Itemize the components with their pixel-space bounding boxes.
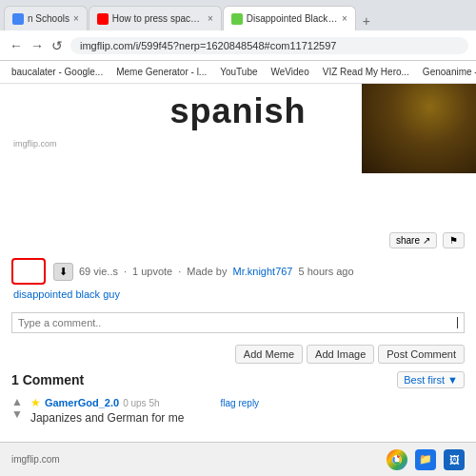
bookmark-2[interactable]: YouTube: [216, 65, 261, 79]
tab-favicon-schools: [12, 13, 24, 25]
share-icon: ↗: [423, 235, 430, 246]
comment-body: ★ GamerGod_2.0 0 ups 5h flag reply Japan…: [30, 396, 465, 425]
nav-buttons: ← → ↺: [8, 36, 65, 55]
browser-bottom: imgflip.com 📁 🖼: [0, 442, 476, 476]
bookmarks-bar: baucalater - Google... Meme Generator - …: [0, 61, 476, 84]
tab-close-imgflip[interactable]: ×: [342, 13, 347, 24]
comment-flag-link[interactable]: flag reply: [221, 398, 260, 408]
tab-label-youtube: How to press space bar - YouTu...: [112, 13, 204, 24]
tab-imgflip[interactable]: Disappointed Black Guy - Imgflip ×: [223, 6, 356, 30]
post-comment-button[interactable]: Post Comment: [378, 345, 465, 364]
views-stat: 69 vie..s: [79, 266, 118, 277]
flag-button[interactable]: ⚑: [443, 232, 465, 248]
tab-favicon-youtube: [97, 13, 109, 25]
browser-frame: n Schools × How to press space bar - You…: [0, 0, 476, 476]
taskbar-icons: 📁 🖼: [387, 449, 465, 470]
address-bar: ← → ↺: [0, 30, 476, 61]
tab-label-imgflip: Disappointed Black Guy - Imgflip: [247, 13, 338, 24]
vote-arrows: ▲ ▼: [11, 396, 23, 420]
bookmark-3[interactable]: WeVideo: [268, 65, 313, 79]
tab-schools[interactable]: n Schools ×: [4, 6, 88, 30]
actions-row: share ↗ ⚑: [0, 230, 476, 250]
meme-image-face: [362, 84, 476, 173]
photos-icon[interactable]: 🖼: [444, 449, 465, 470]
downvote-arrow[interactable]: ▼: [11, 408, 23, 420]
forward-button[interactable]: →: [29, 36, 46, 55]
action-buttons: Add Meme Add Image Post Comment: [0, 341, 476, 367]
bookmark-0[interactable]: baucalater - Google...: [8, 65, 107, 79]
new-tab-button[interactable]: +: [357, 11, 376, 30]
tab-close-schools[interactable]: ×: [73, 13, 79, 24]
files-icon[interactable]: 📁: [415, 449, 436, 470]
bookmark-1[interactable]: Meme Generator - l...: [112, 65, 210, 79]
sort-button[interactable]: Best first ▼: [397, 371, 465, 388]
bookmark-4[interactable]: VIZ Read My Hero...: [319, 65, 413, 79]
comments-count: 1 Comment: [11, 372, 84, 387]
upvote-arrow[interactable]: ▲: [11, 396, 23, 407]
bottom-site-label: imgflip.com: [11, 454, 60, 465]
comment-input[interactable]: [18, 317, 457, 328]
dot-separator: ·: [124, 266, 127, 277]
red-circle-highlight: [11, 258, 46, 285]
tab-favicon-imgflip: [231, 13, 243, 25]
imgflip-page: spanish imgflip.com share ↗ ⚑: [0, 84, 476, 442]
time-ago: 5 hours ago: [298, 266, 353, 277]
download-button[interactable]: ⬇: [53, 263, 73, 281]
comment-points: 0 ups 5h: [123, 398, 159, 408]
svg-point-1: [395, 457, 400, 462]
reload-button[interactable]: ↺: [50, 36, 65, 55]
comments-section: 1 Comment Best first ▼ ▲ ▼ ★ GamerGod_2.…: [0, 367, 476, 428]
tag-link[interactable]: disappointed black guy: [13, 288, 120, 300]
comments-header: 1 Comment Best first ▼: [11, 371, 465, 388]
comment-text: Japanizes and German for me: [30, 411, 465, 425]
tab-label-schools: n Schools: [28, 13, 69, 24]
comment-cursor: [457, 317, 458, 328]
upvotes-stat: 1 upvote: [132, 266, 172, 277]
tab-bar: n Schools × How to press space bar - You…: [0, 0, 476, 30]
share-button[interactable]: share ↗: [389, 232, 437, 248]
chrome-icon[interactable]: [387, 449, 407, 470]
author-link[interactable]: Mr.knight767: [233, 266, 293, 277]
share-label: share: [396, 235, 420, 246]
back-button[interactable]: ←: [8, 36, 25, 55]
tab-youtube[interactable]: How to press space bar - YouTu... ×: [89, 6, 222, 30]
bookmark-5[interactable]: Genoanime - Watch...: [419, 65, 476, 79]
comment-item: ▲ ▼ ★ GamerGod_2.0 0 ups 5h flag reply J…: [11, 396, 465, 425]
page-content: spanish imgflip.com share ↗ ⚑: [0, 84, 476, 442]
flag-icon: ⚑: [449, 235, 458, 246]
dot-separator2: ·: [178, 266, 181, 277]
comment-author-line: ★ GamerGod_2.0 0 ups 5h flag reply: [30, 396, 465, 409]
add-meme-button[interactable]: Add Meme: [235, 345, 303, 364]
comment-star-icon: ★: [30, 396, 41, 409]
tab-close-youtube[interactable]: ×: [208, 13, 213, 24]
comment-input-area: [11, 312, 465, 333]
url-bar[interactable]: [70, 37, 468, 54]
meme-info-section: ⬇ 69 vie..s · 1 upvote · Made by Mr.knig…: [0, 250, 476, 305]
add-image-button[interactable]: Add Image: [307, 345, 374, 364]
meme-image: [362, 84, 476, 173]
meme-title: spanish: [169, 91, 306, 131]
comment-author-link[interactable]: GamerGod_2.0: [45, 397, 119, 408]
meme-stats: ⬇ 69 vie..s · 1 upvote · Made by Mr.knig…: [11, 258, 465, 285]
site-small-label: imgflip.com: [13, 139, 57, 149]
made-by-label: Made by: [187, 266, 227, 277]
